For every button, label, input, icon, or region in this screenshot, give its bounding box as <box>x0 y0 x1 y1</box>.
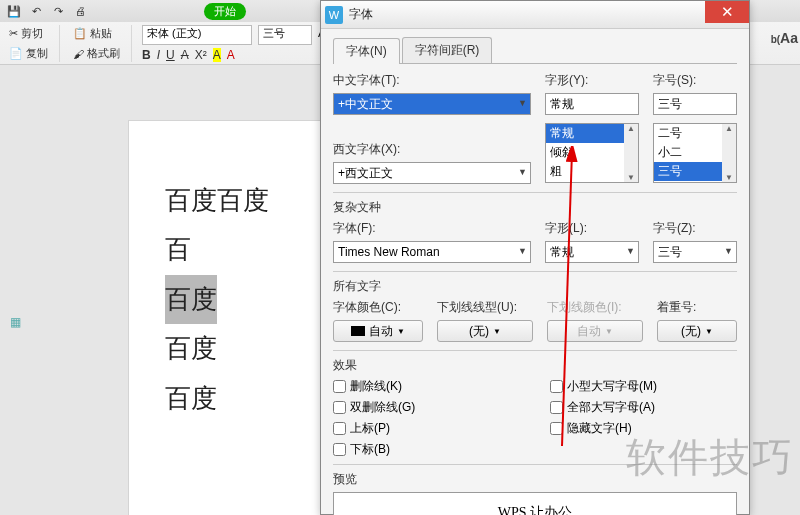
nav-panel: ▦ <box>10 315 70 329</box>
chevron-down-icon: ▼ <box>518 98 527 108</box>
print-icon[interactable]: 🖨 <box>72 3 88 19</box>
paste-group: 📋粘贴 🖌格式刷 <box>70 25 132 62</box>
text-line: 百度 <box>165 324 291 373</box>
font-color-button[interactable]: A <box>227 48 235 62</box>
save-icon[interactable]: 💾 <box>6 3 22 19</box>
checkbox-superscript[interactable]: 上标(P) <box>333 420 520 437</box>
label-chinese-font: 中文字体(T): <box>333 72 531 89</box>
style-combo[interactable]: 常规 <box>545 93 639 115</box>
format-painter-button[interactable]: 🖌格式刷 <box>70 45 123 62</box>
paste-icon: 📋 <box>73 27 87 40</box>
label-size: 字号(S): <box>653 72 737 89</box>
chinese-font-combo[interactable]: +中文正文▼ <box>333 93 531 115</box>
preview-box: WPS 让办公 <box>333 492 737 515</box>
label-underline: 下划线线型(U): <box>437 299 533 316</box>
document-page[interactable]: 百度百度百 百度 百度 百度 <box>128 120 328 515</box>
clipboard-group: ✂剪切 📄复制 <box>6 25 60 62</box>
label-font: 字体(F): <box>333 220 531 237</box>
chevron-down-icon: ▼ <box>605 327 613 336</box>
complex-font-combo[interactable]: Times New Roman▼ <box>333 241 531 263</box>
underline-style-button[interactable]: (无)▼ <box>437 320 533 342</box>
aa-badge: b(Aa <box>771 30 798 46</box>
western-font-combo[interactable]: +西文正文▼ <box>333 162 531 184</box>
paste-button[interactable]: 📋粘贴 <box>70 25 123 42</box>
style-listbox[interactable]: 常规 倾斜 粗 ▲▼ <box>545 123 639 183</box>
tab-spacing[interactable]: 字符间距(R) <box>402 37 493 63</box>
row-listboxes: 西文字体(X): +西文正文▼ 常规 倾斜 粗 ▲▼ 二号 小二 三号 ▲▼ <box>333 123 737 184</box>
underline-button[interactable]: U <box>166 48 175 62</box>
label-style: 字形(Y): <box>545 72 639 89</box>
checkbox-subscript[interactable]: 下标(B) <box>333 441 520 458</box>
dialog-title: 字体 <box>349 6 373 23</box>
superscript-button[interactable]: X² <box>195 48 207 62</box>
complex-style-combo[interactable]: 常规▼ <box>545 241 639 263</box>
checkbox-small-caps[interactable]: 小型大写字母(M) <box>550 378 737 395</box>
chevron-down-icon: ▼ <box>518 167 527 177</box>
chevron-down-icon: ▼ <box>518 246 527 256</box>
chevron-down-icon: ▼ <box>493 327 501 336</box>
font-color-button[interactable]: 自动▼ <box>333 320 423 342</box>
tab-font[interactable]: 字体(N) <box>333 38 400 64</box>
section-title-effects: 效果 <box>333 357 737 374</box>
section-complex-scripts: 复杂文种 字体(F): Times New Roman▼ 字形(L): 常规▼ … <box>333 192 737 263</box>
section-title-alltext: 所有文字 <box>333 278 737 295</box>
complex-size-combo[interactable]: 三号▼ <box>653 241 737 263</box>
row-chinese-font: 中文字体(T): +中文正文▼ 字形(Y): 常规 字号(S): 三号 <box>333 72 737 115</box>
italic-button[interactable]: I <box>157 48 160 62</box>
page-thumbnail-icon[interactable]: ▦ <box>10 315 21 329</box>
size-listbox[interactable]: 二号 小二 三号 ▲▼ <box>653 123 737 183</box>
font-size-select[interactable]: 三号 <box>258 25 312 45</box>
text-line: 百度百度百 <box>165 176 291 275</box>
strikethrough-button[interactable]: A <box>181 48 189 62</box>
checkbox-strikethrough[interactable]: 删除线(K) <box>333 378 520 395</box>
scissors-icon: ✂ <box>9 27 18 40</box>
chevron-down-icon: ▼ <box>724 246 733 256</box>
label-style2: 字形(L): <box>545 220 639 237</box>
start-tab[interactable]: 开始 <box>204 3 246 20</box>
chevron-down-icon: ▼ <box>705 327 713 336</box>
dialog-tabs: 字体(N) 字符间距(R) <box>333 37 737 64</box>
size-combo[interactable]: 三号 <box>653 93 737 115</box>
redo-icon[interactable]: ↷ <box>50 3 66 19</box>
checkbox-all-caps[interactable]: 全部大写字母(A) <box>550 399 737 416</box>
copy-button[interactable]: 📄复制 <box>6 45 51 62</box>
dialog-titlebar[interactable]: W 字体 ✕ <box>321 1 749 29</box>
font-name-select[interactable]: 宋体 (正文) <box>142 25 252 45</box>
close-button[interactable]: ✕ <box>705 1 749 23</box>
scrollbar[interactable]: ▲▼ <box>624 124 638 182</box>
app-icon: W <box>325 6 343 24</box>
watermark: 软件技巧 <box>626 430 794 485</box>
copy-icon: 📄 <box>9 47 23 60</box>
brush-icon: 🖌 <box>73 48 84 60</box>
text-line: 百度 <box>165 374 291 423</box>
label-western-font: 西文字体(X): <box>333 141 531 158</box>
label-emphasis: 着重号: <box>657 299 737 316</box>
undo-icon[interactable]: ↶ <box>28 3 44 19</box>
label-font-color: 字体颜色(C): <box>333 299 423 316</box>
label-underline-color: 下划线颜色(I): <box>547 299 643 316</box>
bold-button[interactable]: B <box>142 48 151 62</box>
underline-color-button: 自动▼ <box>547 320 643 342</box>
label-size2: 字号(Z): <box>653 220 737 237</box>
scrollbar[interactable]: ▲▼ <box>722 124 736 182</box>
cut-button[interactable]: ✂剪切 <box>6 25 51 42</box>
chevron-down-icon: ▼ <box>397 327 405 336</box>
chevron-down-icon: ▼ <box>626 246 635 256</box>
section-title-complex: 复杂文种 <box>333 199 737 216</box>
text-line-highlighted: 百度 <box>165 275 291 324</box>
emphasis-button[interactable]: (无)▼ <box>657 320 737 342</box>
section-all-text: 所有文字 字体颜色(C): 自动▼ 下划线线型(U): (无)▼ 下划线颜色(I… <box>333 271 737 342</box>
highlight-button[interactable]: A <box>213 48 221 62</box>
checkbox-double-strike[interactable]: 双删除线(G) <box>333 399 520 416</box>
